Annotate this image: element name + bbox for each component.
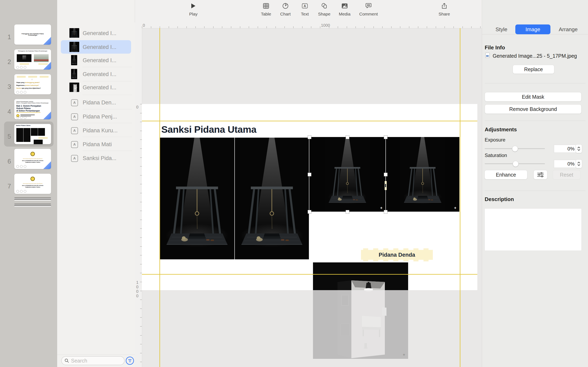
table-icon [263, 0, 269, 12]
selection-handle-se[interactable] [384, 210, 388, 214]
agency-logo [30, 152, 35, 156]
slide-navigator: 1 Pelanggaran dan Kejahatan Pidana Perta… [0, 0, 57, 367]
gallows-image-3-selected[interactable]: ✦ [309, 137, 385, 212]
mini-slide-title: Pelanggaran dan Kejahatan Pidana Pertamb… [18, 33, 47, 36]
tab-image[interactable]: Image [515, 25, 550, 34]
mini-slide-title: Sanksi Pidana Utama [16, 125, 30, 126]
slide-number: 7 [4, 183, 11, 190]
slide-number: 6 [4, 158, 11, 165]
selection-handle-sw[interactable] [308, 210, 311, 214]
share-icon [442, 0, 447, 12]
mini-line: Bagaimana [16, 84, 25, 86]
mini-org: BALAI PENDIDIKAN DAN PELATIHAN [16, 185, 49, 186]
corner-fold [43, 37, 51, 45]
remove-background-button[interactable]: Remove Background [485, 104, 581, 114]
pidana-denda-label[interactable]: Pidana Denda [361, 248, 433, 261]
mini-bullets [16, 91, 26, 94]
comment-icon [365, 0, 372, 12]
media-icon [342, 0, 348, 12]
mini-bullets [16, 190, 26, 193]
exposure-slider-thumb[interactable] [512, 146, 518, 152]
saturation-label: Saturation [485, 152, 507, 158]
replace-button[interactable]: Replace [513, 65, 554, 74]
mini-bullets [16, 165, 26, 168]
insert-media-button[interactable]: Media [337, 0, 353, 22]
slide-thumbnail-7[interactable]: Kementerian Energi dan Sumber Daya Miner… [14, 174, 51, 194]
horizontal-ruler: 0 1000 [135, 22, 482, 28]
mini-org-small: Kementerian Energi dan Sumber Daya Miner… [16, 158, 49, 159]
slide-thumbnail-6[interactable]: Kementerian Energi dan Sumber Daya Miner… [14, 149, 51, 169]
saturation-slider-thumb[interactable] [513, 161, 519, 167]
mini-org: TAMBANG BAWAH TANAH [16, 162, 49, 163]
enhance-button[interactable]: Enhance [484, 170, 527, 179]
play-button[interactable]: Play [186, 0, 200, 22]
alignment-guide-vertical-left [159, 28, 160, 367]
adjust-sliders-button[interactable] [534, 170, 547, 179]
tab-style[interactable]: Style [489, 25, 514, 34]
format-inspector: Style Image Arrange File Info Generated … [482, 0, 588, 367]
insert-table-button[interactable]: Table [258, 0, 274, 22]
shapes-icon [321, 0, 327, 12]
slide-number: 4 [4, 108, 11, 115]
corner-fold [43, 62, 51, 69]
collapsed-slide[interactable] [14, 198, 51, 201]
edit-mask-button[interactable]: Edit Mask [485, 92, 581, 101]
saturation-stepper[interactable] [576, 159, 582, 168]
exposure-value-field[interactable]: 0% [554, 145, 577, 153]
slide-number: 1 [4, 33, 11, 41]
selection-handle-n[interactable] [346, 135, 349, 139]
slide-title[interactable]: Sanksi Pidana Utama [161, 124, 256, 135]
collapsed-slide[interactable] [14, 204, 51, 207]
file-info-heading: File Info [485, 44, 505, 51]
slide-number: 3 [4, 83, 11, 91]
mini-title: Hukum Pidana [16, 107, 30, 109]
corner-fold [43, 111, 51, 119]
insert-text-button[interactable]: A Text [297, 0, 312, 22]
ai-sparkle-icon: ✦ [453, 206, 457, 210]
tab-arrange[interactable]: Arrange [554, 25, 582, 34]
share-button[interactable]: Share [436, 0, 452, 22]
gallows-image-1[interactable] [160, 138, 234, 259]
selection-handle-s[interactable] [346, 210, 349, 214]
saturation-value-field[interactable]: 0% [554, 160, 577, 168]
insert-chart-button[interactable]: Chart [278, 0, 293, 22]
sliders-icon [537, 172, 544, 177]
prison-cell-image[interactable]: ✦ [313, 262, 408, 359]
text-object-icon: A [71, 141, 78, 148]
filter-button[interactable] [126, 357, 134, 365]
mini-image [17, 54, 31, 62]
text-object-icon: A [71, 127, 78, 134]
search-input[interactable] [61, 356, 125, 365]
mini-kicker: Modul 1: Penegakan Hukum Pidana di Sekto… [16, 102, 49, 104]
gallows-image-2[interactable] [235, 138, 309, 259]
alignment-guide-vertical-right [460, 28, 460, 367]
selection-handle-w[interactable] [308, 173, 311, 176]
slide-thumbnail-5[interactable]: Sanksi Pidana Utama [14, 124, 51, 144]
slide-canvas[interactable]: 0 1000 0 1 0 0 0 Sanksi Pidana Utama ✦ [135, 22, 482, 367]
vertical-ruler: 0 1 0 0 0 [135, 28, 142, 367]
selection-handle-nw[interactable] [308, 135, 311, 139]
exposure-label: Exposure [485, 137, 505, 143]
alignment-guide-horizontal-bottom [142, 274, 477, 275]
selection-handle-ne[interactable] [384, 135, 388, 139]
mini-line: Sanksi [16, 87, 22, 89]
description-textarea[interactable] [484, 208, 582, 251]
text-box-icon: A [302, 0, 308, 12]
ai-sparkle-icon: ✦ [402, 352, 406, 357]
slide-thumbnail-4[interactable]: Hukum Pertambangan Lanjutan Modul 1: Pen… [14, 99, 51, 119]
selection-handle-e[interactable] [384, 173, 388, 176]
insert-shape-button[interactable]: Shape [316, 0, 332, 22]
mini-org: TAMBANG BAWAH TANAH [16, 187, 49, 188]
slide-thumbnail-2[interactable]: Pelanggaran dan Kejahatan Pidana Pertamb… [14, 49, 51, 69]
exposure-stepper[interactable] [576, 144, 582, 153]
reset-button[interactable]: Reset [553, 170, 580, 179]
slide-thumbnail-3[interactable]: ↓ Siapa yang bertanggung jawab? Bagaiman… [14, 74, 51, 94]
mini-slide-title: Pelanggaran dan Kejahatan Pidana Pertamb… [16, 50, 49, 52]
slide-thumbnail-1[interactable]: Pelanggaran dan Kejahatan Pidana Pertamb… [14, 25, 51, 45]
search-field[interactable] [71, 358, 118, 364]
image-file-icon [485, 53, 490, 59]
mini-bullets [16, 66, 26, 69]
adjustments-heading: Adjustments [485, 126, 517, 133]
comment-button[interactable]: Comment [359, 0, 378, 22]
gallows-image-4[interactable]: ✦ [386, 137, 459, 212]
